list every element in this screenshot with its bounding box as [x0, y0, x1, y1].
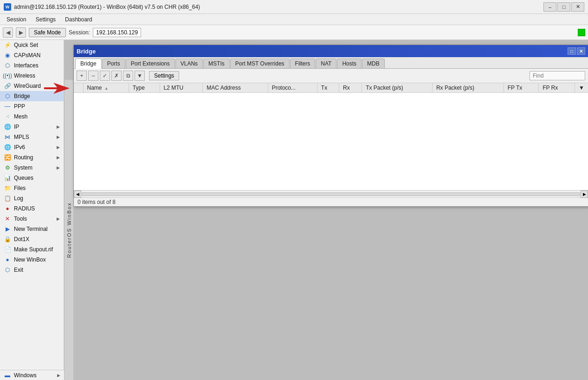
sidebar-item-files[interactable]: 📁 Files	[0, 183, 64, 193]
tab-filters[interactable]: Filters	[290, 59, 316, 68]
col-rx[interactable]: Rx	[339, 83, 362, 93]
ip-icon: 🌐	[4, 123, 11, 131]
ppp-icon: —	[4, 103, 11, 110]
sidebar-label-radius: RADIUS	[14, 205, 35, 212]
tab-bridge[interactable]: Bridge	[75, 59, 102, 69]
sidebar-item-quick-set[interactable]: ⚡ Quick Set	[0, 40, 64, 50]
window-title: admin@192.168.150.129 (Router1) - WinBox…	[14, 4, 200, 10]
sidebar-label-ip: IP	[14, 124, 19, 130]
sidebar-label-windows: Windows	[14, 372, 37, 379]
sidebar-item-capsman[interactable]: ◉ CAPsMAN	[0, 50, 64, 60]
scroll-track[interactable]	[82, 192, 580, 196]
sidebar-item-ppp[interactable]: — PPP	[0, 101, 64, 111]
tab-mdb[interactable]: MDB	[362, 59, 385, 68]
minimize-button[interactable]: –	[543, 2, 556, 12]
settings-button[interactable]: Settings	[149, 71, 179, 80]
sidebar-item-system[interactable]: ⚙ System ▶	[0, 163, 64, 173]
ipv6-arrow: ▶	[57, 145, 60, 150]
menu-settings[interactable]: Settings	[31, 15, 60, 24]
copy-button[interactable]: ⧉	[123, 71, 133, 81]
tab-hosts[interactable]: Hosts	[337, 59, 362, 68]
close-button[interactable]: ✕	[571, 2, 584, 12]
sidebar-item-log[interactable]: 📋 Log	[0, 193, 64, 203]
col-rx-packet[interactable]: Rx Packet (p/s)	[432, 83, 504, 93]
sidebar-item-interfaces[interactable]: ⬡ Interfaces	[0, 60, 64, 71]
safe-mode-button[interactable]: Safe Mode	[29, 28, 66, 37]
sidebar-item-windows[interactable]: ▬ Windows ▶	[0, 370, 64, 380]
bridge-table: Name ▲ Type L2 MTU MAC Address	[74, 83, 588, 93]
tab-ports[interactable]: Ports	[102, 59, 125, 68]
menu-session[interactable]: Session	[2, 15, 31, 24]
sidebar-item-new-winbox[interactable]: ● New WinBox	[0, 255, 64, 265]
sidebar-item-queues[interactable]: 📊 Queues	[0, 173, 64, 183]
sidebar-item-make-supout[interactable]: 📄 Make Supout.rif	[0, 244, 64, 255]
remove-button[interactable]: –	[88, 71, 98, 81]
session-label: Session:	[69, 29, 90, 36]
bridge-scrollbar: ◀ ▶	[74, 190, 588, 197]
scroll-right-button[interactable]: ▶	[581, 190, 588, 198]
sidebar-item-radius[interactable]: ● RADIUS	[0, 203, 64, 214]
col-l2mtu[interactable]: L2 MTU	[160, 83, 203, 93]
routing-icon: 🔀	[4, 154, 11, 161]
col-fp-rx[interactable]: FP Rx	[539, 83, 575, 93]
tab-mstis[interactable]: MSTIs	[203, 59, 230, 68]
scroll-left-button[interactable]: ◀	[74, 190, 81, 198]
sidebar-item-mesh[interactable]: ⁖ Mesh	[0, 111, 64, 122]
system-arrow: ▶	[57, 165, 60, 170]
winbox-label: RouterOS WinBox	[64, 80, 73, 380]
sidebar-label-routing: Routing	[14, 154, 33, 161]
filter-button[interactable]: ▼	[135, 71, 145, 81]
forward-button[interactable]: ▶	[16, 27, 26, 38]
sidebar-item-ip[interactable]: 🌐 IP ▶	[0, 122, 64, 132]
bridge-title-controls: □ ✕	[568, 47, 585, 55]
sidebar-label-wireless: Wireless	[14, 72, 35, 79]
files-icon: 📁	[4, 184, 11, 192]
disable-button[interactable]: ✗	[111, 71, 122, 81]
name-sort-icon: ▲	[104, 86, 109, 91]
main-layout: ⚡ Quick Set ◉ CAPsMAN ⬡ Interfaces ((•))…	[0, 40, 588, 380]
col-checkbox[interactable]	[74, 83, 83, 93]
sidebar-item-tools[interactable]: ✕ Tools ▶	[0, 214, 64, 224]
col-mac-address[interactable]: MAC Address	[203, 83, 268, 93]
app-icon: W	[4, 3, 11, 11]
bridge-table-container[interactable]: Name ▲ Type L2 MTU MAC Address	[74, 83, 588, 190]
sidebar-label-exit: Exit	[14, 267, 23, 273]
tab-nat[interactable]: NAT	[316, 59, 336, 68]
menu-bar: Session Settings Dashboard	[0, 14, 588, 25]
tools-arrow: ▶	[57, 216, 60, 221]
sidebar-item-mpls[interactable]: ⋈ MPLS ▶	[0, 132, 64, 142]
sidebar-item-new-terminal[interactable]: ▶ New Terminal	[0, 224, 64, 234]
make-supout-icon: 📄	[4, 246, 11, 253]
col-fp-tx[interactable]: FP Tx	[504, 83, 538, 93]
sidebar-item-routing[interactable]: 🔀 Routing ▶	[0, 152, 64, 163]
menu-dashboard[interactable]: Dashboard	[60, 15, 97, 24]
bridge-maximize-button[interactable]: □	[568, 47, 576, 55]
enable-button[interactable]: ✓	[100, 71, 110, 81]
sidebar-item-ipv6[interactable]: 🌐 IPv6 ▶	[0, 142, 64, 152]
tab-vlans[interactable]: VLANs	[175, 59, 203, 68]
toolbar: ◀ ▶ Safe Mode Session: 192.168.150.129	[0, 25, 588, 40]
tab-port-extensions[interactable]: Port Extensions	[126, 59, 175, 68]
col-protocol[interactable]: Protoco...	[268, 83, 317, 93]
find-input[interactable]	[530, 71, 585, 80]
tab-port-mst-overrides[interactable]: Port MST Overrides	[230, 59, 290, 68]
bridge-close-button[interactable]: ✕	[577, 47, 585, 55]
maximize-button[interactable]: □	[557, 2, 570, 12]
sidebar-item-dot1x[interactable]: 🔒 Dot1X	[0, 234, 64, 244]
sidebar-label-mesh: Mesh	[14, 113, 27, 120]
add-button[interactable]: +	[77, 71, 87, 81]
back-button[interactable]: ◀	[3, 27, 13, 38]
title-bar: W admin@192.168.150.129 (Router1) - WinB…	[0, 0, 588, 14]
col-name[interactable]: Name ▲	[83, 83, 129, 93]
sidebar-item-exit[interactable]: ⬡ Exit	[0, 265, 64, 275]
col-tx-packet[interactable]: Tx Packet (p/s)	[362, 83, 433, 93]
exit-icon: ⬡	[4, 266, 11, 274]
col-tx[interactable]: Tx	[317, 83, 339, 93]
sidebar-label-new-winbox: New WinBox	[14, 256, 46, 263]
sidebar-label-wireguard: WireGuard	[14, 83, 41, 89]
mesh-icon: ⁖	[4, 113, 11, 120]
col-expand[interactable]: ▼	[575, 83, 588, 93]
sidebar-item-wireless[interactable]: ((•)) Wireless	[0, 71, 64, 81]
col-type[interactable]: Type	[129, 83, 160, 93]
sidebar-label-bridge: Bridge	[14, 93, 30, 99]
